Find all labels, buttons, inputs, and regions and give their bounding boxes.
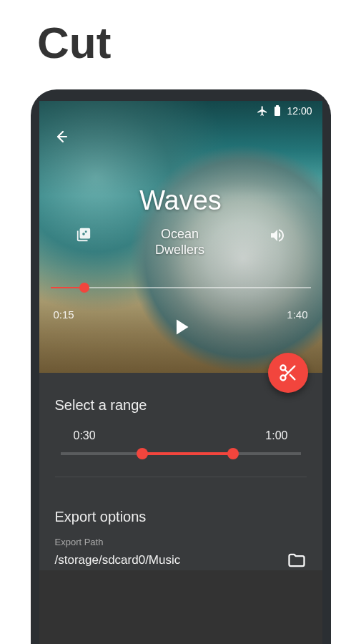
total-time: 1:40	[287, 308, 307, 321]
page-title: Cut	[0, 0, 361, 89]
svg-line-6	[290, 375, 294, 379]
range-slider[interactable]	[61, 452, 301, 455]
folder-icon[interactable]	[287, 550, 307, 570]
range-end-time: 1:00	[265, 429, 287, 442]
range-section-title: Select a range	[55, 397, 307, 414]
phone-frame: 12:00 Waves Ocean Dwellers	[31, 89, 331, 644]
back-button[interactable]	[51, 127, 71, 147]
album-icon[interactable]	[76, 227, 92, 243]
divider	[55, 477, 307, 477]
range-times: 0:30 1:00	[55, 429, 307, 442]
volume-icon[interactable]	[269, 227, 286, 244]
player-hero: 12:00 Waves Ocean Dwellers	[39, 101, 322, 373]
artist-name: Ocean Dwellers	[137, 227, 223, 258]
scissors-icon	[278, 363, 298, 383]
svg-line-7	[285, 369, 288, 373]
range-thumb-end[interactable]	[227, 448, 239, 459]
track-title: Waves	[39, 185, 322, 216]
svg-rect-1	[276, 105, 279, 107]
export-path: /storage/sdcard0/Music	[55, 553, 181, 567]
battery-icon	[274, 105, 281, 117]
export-path-label: Export Path	[55, 537, 307, 547]
airplane-mode-icon	[257, 105, 268, 117]
playback-slider[interactable]	[51, 287, 311, 288]
range-fill	[142, 452, 234, 455]
elapsed-time: 0:15	[54, 308, 74, 321]
status-time: 12:00	[287, 105, 312, 117]
svg-rect-0	[275, 107, 280, 116]
range-thumb-start[interactable]	[137, 448, 148, 459]
range-start-time: 0:30	[74, 429, 96, 442]
export-section: Export options Export Path /storage/sdca…	[39, 493, 322, 570]
player-meta-row: Ocean Dwellers	[39, 227, 322, 258]
playback-track	[51, 287, 311, 288]
cut-fab[interactable]	[268, 353, 308, 393]
export-section-title: Export options	[55, 509, 307, 525]
range-section: Select a range 0:30 1:00 Export options …	[39, 373, 322, 570]
playback-thumb[interactable]	[79, 283, 89, 293]
phone-screen: 12:00 Waves Ocean Dwellers	[39, 101, 322, 644]
status-bar: 12:00	[257, 105, 312, 117]
play-button[interactable]	[168, 314, 194, 340]
